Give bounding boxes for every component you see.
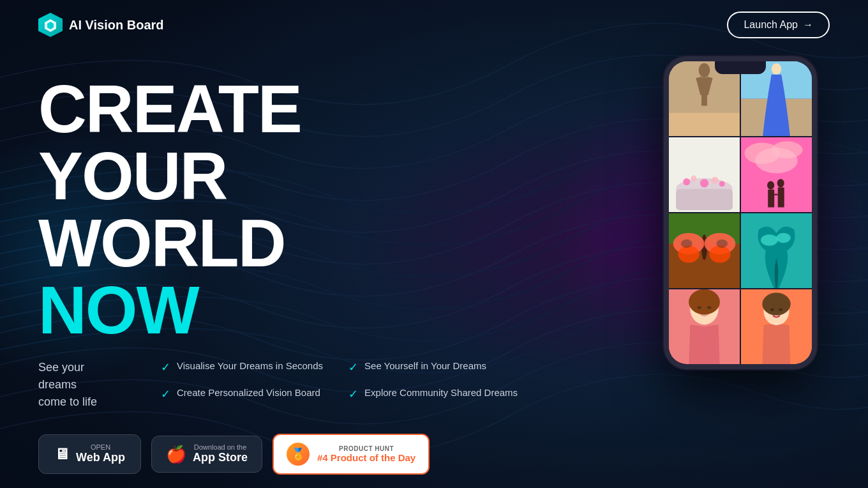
logo: AI Vision Board bbox=[38, 13, 164, 37]
subtitle-line3: come to life bbox=[38, 395, 97, 408]
svg-point-37 bbox=[716, 240, 728, 248]
svg-point-44 bbox=[697, 306, 701, 309]
collage-img-3 bbox=[669, 137, 740, 212]
svg-point-50 bbox=[779, 309, 782, 311]
collage-img-4 bbox=[741, 137, 812, 212]
svg-point-39 bbox=[761, 234, 778, 246]
app-store-button[interactable]: 🍎 Download on the App Store bbox=[151, 436, 262, 473]
subtitle-desc: See your dreams come to life bbox=[38, 359, 140, 411]
svg-point-36 bbox=[681, 240, 692, 248]
svg-rect-4 bbox=[669, 113, 740, 136]
svg-point-45 bbox=[707, 306, 712, 309]
apple-icon: 🍎 bbox=[166, 445, 186, 464]
phone-frame bbox=[664, 56, 817, 369]
web-app-main-label: Web App bbox=[76, 451, 125, 465]
feature-item-3: ✓ See Yourself in Your Dreams bbox=[348, 359, 518, 374]
hero-line1: CREATE bbox=[38, 75, 638, 142]
check-icon-1: ✓ bbox=[161, 360, 170, 374]
svg-point-43 bbox=[689, 289, 720, 315]
check-icon-3: ✓ bbox=[348, 360, 358, 374]
feature-item-4: ✓ Explore Community Shared Dreams bbox=[348, 386, 518, 401]
svg-point-11 bbox=[772, 63, 782, 75]
main-content: CREATE YOUR WORLD NOW See your dreams co… bbox=[0, 50, 868, 475]
feature-text-2: Create Personalized Vision Board bbox=[177, 386, 320, 399]
svg-point-40 bbox=[777, 233, 791, 243]
product-hunt-rank: #4 Product of the Day bbox=[317, 452, 415, 463]
svg-point-18 bbox=[712, 177, 719, 184]
phone-collage bbox=[669, 61, 812, 364]
feature-text-4: Explore Community Shared Dreams bbox=[364, 386, 518, 399]
brand-name: AI Vision Board bbox=[69, 18, 164, 33]
app-store-download-label: Download on the bbox=[193, 444, 248, 451]
app-store-text: Download on the App Store bbox=[193, 444, 248, 465]
svg-point-34 bbox=[678, 246, 699, 263]
svg-rect-27 bbox=[778, 187, 784, 207]
web-app-open-label: OPEN bbox=[76, 444, 125, 451]
launch-btn-arrow: → bbox=[803, 19, 813, 31]
svg-point-48 bbox=[762, 293, 790, 316]
svg-point-24 bbox=[767, 181, 774, 189]
subtitle-line2: dreams bbox=[38, 378, 77, 391]
phone-notch bbox=[715, 61, 766, 74]
svg-point-19 bbox=[719, 181, 725, 187]
feature-col-1: ✓ Visualise Your Dreams in Seconds ✓ Cre… bbox=[161, 359, 323, 411]
svg-point-16 bbox=[691, 176, 696, 181]
collage-img-8 bbox=[741, 289, 812, 364]
product-hunt-label: PRODUCT HUNT bbox=[317, 445, 415, 452]
feature-item-1: ✓ Visualise Your Dreams in Seconds bbox=[161, 359, 323, 374]
product-hunt-button[interactable]: 🏅 PRODUCT HUNT #4 Product of the Day bbox=[273, 434, 430, 475]
svg-point-15 bbox=[683, 178, 690, 185]
cta-buttons: 🖥 OPEN Web App 🍎 Download on the App Sto… bbox=[38, 434, 638, 475]
subtitle-left: See your dreams come to life bbox=[38, 359, 140, 411]
product-hunt-text: PRODUCT HUNT #4 Product of the Day bbox=[317, 445, 415, 463]
svg-point-5 bbox=[699, 63, 710, 77]
collage-img-6 bbox=[741, 213, 812, 288]
left-content: CREATE YOUR WORLD NOW See your dreams co… bbox=[38, 63, 638, 475]
svg-rect-14 bbox=[676, 189, 733, 210]
check-icon-2: ✓ bbox=[161, 387, 170, 401]
hero-title: CREATE YOUR WORLD NOW bbox=[38, 75, 638, 344]
feature-text-1: Visualise Your Dreams in Seconds bbox=[177, 359, 323, 372]
hero-line2: YOUR bbox=[38, 142, 638, 210]
feature-item-2: ✓ Create Personalized Vision Board bbox=[161, 386, 323, 401]
subtitle-section: See your dreams come to life ✓ Visualise… bbox=[38, 359, 638, 411]
svg-point-49 bbox=[770, 309, 774, 311]
svg-point-17 bbox=[700, 179, 708, 187]
svg-point-25 bbox=[777, 179, 784, 187]
hero-line3: WORLD bbox=[38, 210, 638, 277]
collage-img-7 bbox=[669, 289, 740, 364]
svg-point-23 bbox=[755, 148, 798, 173]
collage-img-5 bbox=[669, 213, 740, 288]
web-app-text: OPEN Web App bbox=[76, 444, 125, 465]
check-icon-4: ✓ bbox=[348, 387, 358, 401]
features-columns: ✓ Visualise Your Dreams in Seconds ✓ Cre… bbox=[161, 359, 518, 411]
feature-col-2: ✓ See Yourself in Your Dreams ✓ Explore … bbox=[348, 359, 518, 411]
svg-rect-26 bbox=[768, 190, 774, 208]
hero-line4-now: NOW bbox=[38, 277, 638, 344]
logo-icon bbox=[38, 13, 63, 37]
navbar: AI Vision Board Launch App → bbox=[0, 0, 868, 50]
feature-text-3: See Yourself in Your Dreams bbox=[364, 359, 486, 372]
launch-app-button[interactable]: Launch App → bbox=[727, 11, 830, 38]
launch-btn-label: Launch App bbox=[744, 19, 798, 31]
subtitle-line1: See your bbox=[38, 361, 84, 374]
svg-point-35 bbox=[709, 246, 730, 263]
monitor-icon: 🖥 bbox=[54, 445, 70, 463]
web-app-button[interactable]: 🖥 OPEN Web App bbox=[38, 434, 141, 475]
product-hunt-badge: 🏅 bbox=[287, 443, 310, 466]
phone-mockup bbox=[664, 56, 830, 369]
app-store-main-label: App Store bbox=[193, 451, 248, 465]
product-hunt-emoji: 🏅 bbox=[291, 447, 305, 461]
